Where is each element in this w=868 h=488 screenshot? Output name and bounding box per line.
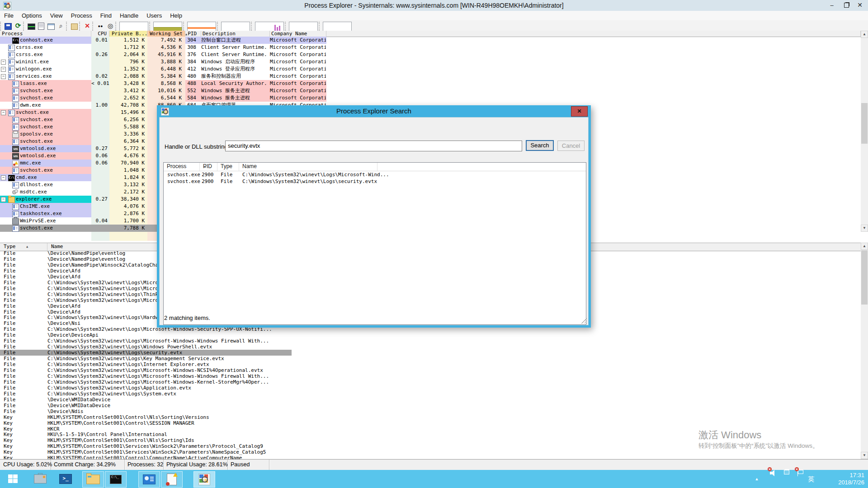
taskbar-server-manager-button[interactable] xyxy=(30,471,51,487)
results-column-process[interactable]: Process xyxy=(164,163,200,171)
scroll-up-icon[interactable]: ▲ xyxy=(861,243,868,250)
menu-item-find[interactable]: Find xyxy=(96,11,116,20)
handle-row[interactable]: File\Device\WMIDataDevice xyxy=(0,397,292,403)
process-column-process[interactable]: Process xyxy=(0,31,91,37)
scroll-thumb[interactable] xyxy=(861,103,868,144)
cpu-usage-graph[interactable] xyxy=(119,22,148,32)
results-column-pid[interactable]: PID xyxy=(200,163,217,171)
commit-history-graph[interactable] xyxy=(187,22,216,32)
process-column-private-b-[interactable]: Private B... xyxy=(109,31,147,37)
volume-muted-icon[interactable]: ✕ xyxy=(765,470,775,488)
handle-row[interactable]: File\Device\DeviceApi xyxy=(0,332,292,338)
process-row[interactable]: svchost.exe2,652 K6,544 K584Windows 服务主进… xyxy=(0,94,326,102)
gpu-history-graph[interactable] xyxy=(289,22,318,32)
tree-expand-icon[interactable]: − xyxy=(1,67,6,72)
handle-row[interactable]: FileC:\Windows\System32\winevt\Logs\Micr… xyxy=(0,379,292,385)
handle-row[interactable]: KeyHKLM\SYSTEM\ControlSet001\Control\Nls… xyxy=(0,437,292,443)
handle-row[interactable]: FileC:\Windows\System32\winevt\Logs\Syst… xyxy=(0,391,292,397)
show-handle-view-button[interactable]: ⌕ xyxy=(57,22,66,31)
process-row[interactable]: −services.exe0.022,088 K5,384 K480服务和控制器… xyxy=(0,73,326,80)
process-row[interactable]: −wininit.exe796 K3,888 K384Windows 启动应用程… xyxy=(0,58,326,66)
menu-item-process[interactable]: Process xyxy=(67,11,96,20)
menu-item-file[interactable]: File xyxy=(0,11,18,20)
handle-row[interactable]: FileC:\Windows\System32\winevt\Logs\secu… xyxy=(0,350,292,356)
menu-item-users[interactable]: Users xyxy=(142,11,166,20)
tree-expand-icon[interactable]: − xyxy=(1,175,6,180)
start-button[interactable] xyxy=(0,471,28,487)
handle-row[interactable]: FileC:\Windows\System32\winevt\Logs\Wind… xyxy=(0,344,292,350)
process-row[interactable]: svchost.exe3,412 K10,016 K552Windows 服务主… xyxy=(0,87,326,94)
handle-row[interactable]: KeyHKLM\SYSTEM\ControlSet001\Services\Wi… xyxy=(0,449,292,455)
scroll-down-icon[interactable]: ▼ xyxy=(861,225,868,232)
handle-row[interactable]: KeyHKLM\SYSTEM\ControlSet001\Control\SES… xyxy=(0,420,292,426)
cancel-button[interactable]: Cancel xyxy=(557,141,585,151)
tree-expand-icon[interactable]: − xyxy=(1,197,6,202)
process-row[interactable]: C:\conhost.exe0.011,512 K7,492 K304控制台窗口… xyxy=(0,37,326,44)
handle-row[interactable]: File\Device\Ndis xyxy=(0,408,292,414)
find-window-target-button[interactable]: ◎ xyxy=(106,22,115,31)
handle-row[interactable]: KeyHKU\S-1-5-19\Control Panel\Internatio… xyxy=(0,432,292,437)
menu-item-view[interactable]: View xyxy=(46,11,67,20)
maximize-button-icon[interactable] xyxy=(839,0,854,10)
process-column-description[interactable]: Description xyxy=(201,31,270,37)
process-row[interactable]: csrss.exe0.262,064 K45,916 K376Client Se… xyxy=(0,51,326,58)
scroll-down-icon[interactable]: ▼ xyxy=(861,452,868,459)
system-information-button[interactable] xyxy=(27,22,36,31)
process-row[interactable]: lsass.exe< 0.013,428 K8,568 K488Local Se… xyxy=(0,80,326,87)
handle-row[interactable]: FileC:\Windows\System32\winevt\Logs\Key … xyxy=(0,356,292,361)
search-button[interactable]: Search xyxy=(526,140,554,151)
io-bytes-graph[interactable] xyxy=(255,22,284,32)
tree-expand-icon[interactable]: − xyxy=(1,74,6,79)
find-handle-or-dll-button[interactable]: ●● xyxy=(96,22,105,31)
close-button-icon[interactable]: ✕ xyxy=(853,0,867,10)
tree-expand-icon[interactable]: − xyxy=(1,60,6,65)
handle-column-type[interactable]: Type▲ xyxy=(0,243,47,251)
ime-indicator[interactable]: 英 xyxy=(805,470,817,488)
handle-row[interactable]: KeyHKLM\SYSTEM\ControlSet001\Control\Nls… xyxy=(0,414,292,420)
results-column-name[interactable]: Name xyxy=(239,163,377,171)
dialog-close-button-icon[interactable]: ✕ xyxy=(571,106,588,117)
dialog-titlebar[interactable]: Process Explorer Search ✕ xyxy=(157,105,591,117)
action-center-flag-icon[interactable]: ✕ xyxy=(792,470,802,488)
menu-item-help[interactable]: Help xyxy=(166,11,186,20)
network-history-graph[interactable] xyxy=(323,22,352,32)
taskbar-file-explorer-button[interactable] xyxy=(82,471,104,488)
handle-row[interactable]: FileC:\Windows\System32\winevt\Logs\Appl… xyxy=(0,385,292,391)
kill-process-button[interactable]: ✕ xyxy=(83,22,92,31)
process-column-cpu[interactable]: CPU xyxy=(91,31,109,37)
process-row[interactable]: csrss.exe1,712 K4,536 K308Client Server … xyxy=(0,44,326,51)
network-icon[interactable] xyxy=(778,470,788,488)
process-pane-scrollbar[interactable]: ▲ ▼ xyxy=(861,31,868,232)
show-process-tree-button[interactable] xyxy=(37,22,46,31)
result-row[interactable]: svchost.exe2900FileC:\Windows\System32\w… xyxy=(164,178,586,185)
process-column-pid[interactable]: ▲PID xyxy=(185,31,201,37)
minimize-button-icon[interactable]: ‒ xyxy=(825,0,839,10)
result-row[interactable]: svchost.exe2900FileC:\Windows\System32\w… xyxy=(164,171,586,178)
handle-row[interactable]: FileC:\Windows\System32\winevt\Logs\Micr… xyxy=(0,373,292,379)
search-input[interactable]: security.evtx xyxy=(225,141,522,151)
scroll-up-icon[interactable]: ▲ xyxy=(861,31,868,38)
hidden-icons-chevron-icon[interactable]: ▲ xyxy=(752,470,761,488)
handle-row[interactable]: FileC:\Windows\System32\winevt\Logs\Micr… xyxy=(0,367,292,373)
handle-row[interactable]: KeyHKLM\SYSTEM\ControlSet001\Control\Com… xyxy=(0,455,292,459)
taskbar-powershell-button[interactable]: >_ xyxy=(55,471,76,487)
taskbar-event-viewer-button[interactable] xyxy=(161,471,183,488)
scroll-thumb[interactable] xyxy=(861,250,868,305)
process-column-working-set[interactable]: Working Set xyxy=(147,31,185,37)
results-column-type[interactable]: Type xyxy=(217,163,239,171)
process-row[interactable]: −winlogon.exe1,352 K6,448 K412Windows 登录… xyxy=(0,66,326,73)
taskbar-control-panel-button[interactable] xyxy=(138,471,160,488)
handle-row[interactable]: KeyHKLM\SYSTEM\ControlSet001\Services\Wi… xyxy=(0,443,292,449)
handle-row[interactable]: File\Device\WMIDataDevice xyxy=(0,403,292,408)
handle-row[interactable]: FileC:\Windows\System32\winevt\Logs\Inte… xyxy=(0,361,292,367)
cpu-history-graph[interactable] xyxy=(153,22,182,32)
menu-item-handle[interactable]: Handle xyxy=(116,11,142,20)
tree-expand-icon[interactable]: − xyxy=(1,110,6,115)
menu-item-options[interactable]: Options xyxy=(18,11,46,20)
process-properties-button[interactable] xyxy=(70,22,79,31)
resize-grip[interactable] xyxy=(581,318,587,324)
handle-row[interactable]: FileC:\Windows\System32\winevt\Logs\Micr… xyxy=(0,338,292,344)
clock[interactable]: 17:31 2018/7/26 xyxy=(821,470,864,488)
taskbar-process-explorer-button[interactable] xyxy=(193,471,215,488)
taskbar-command-prompt-button[interactable]: C:\_ xyxy=(105,471,127,488)
